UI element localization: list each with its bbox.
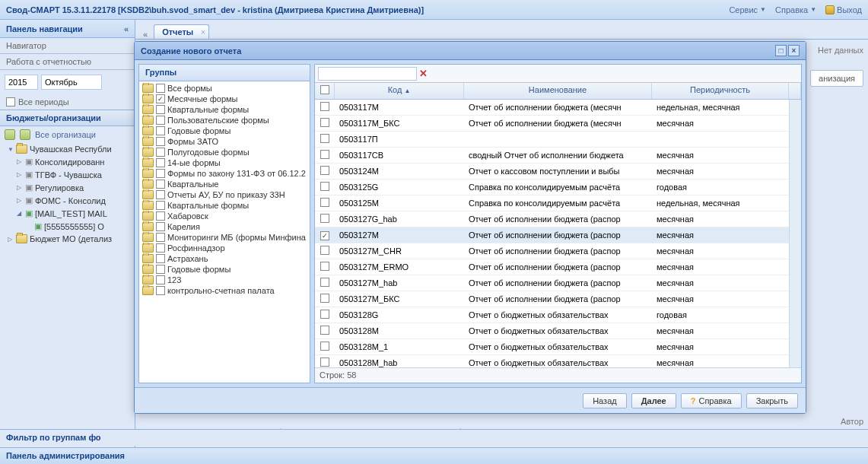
group-item[interactable]: Отчеты АУ, БУ по приказу 33Н — [141, 189, 308, 200]
group-checkbox[interactable] — [156, 158, 165, 167]
close-tab-icon[interactable]: × — [201, 27, 205, 37]
toolbar-icon-1[interactable] — [5, 129, 15, 140]
row-checkbox[interactable] — [320, 198, 329, 207]
group-item[interactable]: Формы ЗАТО — [141, 136, 308, 147]
row-checkbox[interactable]: ✓ — [320, 231, 329, 240]
collapse-nav-icon[interactable]: « — [124, 24, 129, 33]
group-checkbox[interactable] — [156, 243, 165, 253]
group-item[interactable]: Астрахань — [141, 253, 308, 264]
row-checkbox[interactable] — [320, 310, 329, 319]
group-item[interactable]: ✓Месячные формы — [141, 94, 308, 104]
table-row[interactable]: 0503117М_БКСОтчет об исполнении бюджета … — [315, 116, 789, 132]
group-checkbox[interactable] — [156, 233, 165, 242]
group-filter-bar[interactable]: Фильтр по группам фо — [0, 429, 868, 446]
group-checkbox[interactable] — [156, 190, 165, 199]
table-row[interactable]: 0503127M_CHRОтчет об исполнении бюджета … — [315, 243, 789, 259]
row-checkbox[interactable] — [320, 118, 329, 127]
close-button[interactable]: Закрыть — [746, 393, 798, 408]
row-checkbox[interactable] — [320, 342, 329, 351]
group-item[interactable]: Карелия — [141, 221, 308, 232]
table-row[interactable]: 0503124МОтчет о кассовом поступлении и в… — [315, 164, 789, 180]
table-row[interactable]: 0503127М_БКСОтчет об исполнении бюджета … — [315, 291, 789, 307]
group-checkbox[interactable] — [156, 105, 165, 114]
tree-node[interactable]: ▷Бюджет МО (детализ — [0, 233, 135, 245]
group-item[interactable]: Квартальные формы — [141, 200, 308, 211]
link-help[interactable]: Справка▼ — [775, 5, 816, 14]
table-row[interactable]: 0503127M_habОтчет об исполнении бюджета … — [315, 275, 789, 291]
group-checkbox[interactable] — [156, 148, 165, 157]
group-item[interactable]: Годовые формы — [141, 264, 308, 275]
group-checkbox[interactable] — [156, 211, 165, 221]
row-checkbox[interactable] — [320, 246, 329, 255]
row-checkbox[interactable] — [320, 326, 329, 335]
group-item[interactable]: Полугодовые формы — [141, 147, 308, 157]
link-service[interactable]: Сервис▼ — [729, 5, 766, 14]
group-item[interactable]: Росфиннадзор — [141, 243, 308, 253]
select-all-checkbox[interactable] — [320, 85, 329, 94]
table-row[interactable]: 0503127M_ERMOОтчет об исполнении бюджета… — [315, 259, 789, 275]
row-checkbox[interactable] — [320, 150, 329, 159]
group-checkbox[interactable] — [156, 265, 165, 274]
group-checkbox[interactable] — [156, 222, 165, 231]
group-checkbox[interactable] — [156, 201, 165, 210]
close-dialog-icon[interactable]: × — [788, 45, 800, 56]
toolbar-icon-2[interactable] — [20, 129, 30, 140]
group-item[interactable]: Формы по закону 131-ФЗ от 06.12.2 — [141, 168, 308, 179]
tree-node[interactable]: ▣[5555555555] О — [0, 220, 135, 233]
tab-reports[interactable]: Отчеты × — [154, 24, 209, 39]
group-item[interactable]: Годовые формы — [141, 126, 308, 136]
tree-node[interactable]: ▷▣Консолидированн — [0, 155, 135, 168]
group-checkbox[interactable] — [156, 126, 165, 135]
group-item[interactable]: Квартальные — [141, 179, 308, 189]
table-row[interactable]: 0503128M_habОтчет о бюджетных обязательс… — [315, 355, 789, 367]
tree-node[interactable]: ▼Чувашская Республи — [0, 143, 135, 155]
group-checkbox[interactable] — [156, 169, 165, 178]
table-row[interactable]: ✓0503127МОтчет об исполнении бюджета (ра… — [315, 227, 789, 243]
year-input[interactable] — [5, 75, 38, 90]
table-row[interactable]: 0503117П — [315, 132, 789, 148]
group-item[interactable]: 123 — [141, 275, 308, 285]
row-checkbox[interactable] — [320, 262, 329, 271]
table-row[interactable]: 0503125GСправка по консолидируемым расчё… — [315, 180, 789, 195]
grid-scrollbar[interactable] — [789, 100, 801, 367]
tab-reports-work[interactable]: Работа с отчетностью — [0, 54, 135, 70]
group-item[interactable]: контрольно-счетная палата — [141, 285, 308, 296]
table-row[interactable]: 0503128GОтчет о бюджетных обязательствах… — [315, 307, 789, 323]
col-period[interactable]: Периодичность — [652, 83, 789, 99]
table-row[interactable]: 0503125МСправка по консолидируемым расчё… — [315, 195, 789, 211]
group-item[interactable]: Пользовательские формы — [141, 115, 308, 126]
row-checkbox[interactable] — [320, 166, 329, 175]
back-button[interactable]: Назад — [583, 393, 627, 408]
all-periods-checkbox[interactable] — [6, 97, 15, 106]
group-item[interactable]: 14-ые формы — [141, 157, 308, 168]
tree-node[interactable]: ▷▣Регулировка — [0, 181, 135, 194]
collapse-tabs-icon[interactable]: « — [138, 30, 152, 39]
table-row[interactable]: 0503128МОтчет о бюджетных обязательствах… — [315, 323, 789, 339]
row-checkbox[interactable] — [320, 294, 329, 303]
next-button[interactable]: Далее — [631, 393, 676, 408]
table-row[interactable]: 0503127G_habОтчет об исполнении бюджета … — [315, 211, 789, 227]
all-orgs-label[interactable]: Все организаци — [35, 130, 96, 139]
group-item[interactable]: Квартальные формы — [141, 104, 308, 115]
col-code[interactable]: Код ▲ — [335, 83, 464, 99]
row-checkbox[interactable] — [320, 182, 329, 191]
link-exit[interactable]: Выход — [825, 5, 862, 14]
group-checkbox[interactable] — [156, 137, 165, 146]
group-item[interactable]: Хабаровск — [141, 211, 308, 221]
row-checkbox[interactable] — [320, 214, 329, 223]
group-item[interactable]: Все формы — [141, 83, 308, 94]
table-row[interactable]: 0503117СВсводный Отчет об исполнении бюд… — [315, 148, 789, 164]
row-checkbox[interactable] — [320, 358, 329, 367]
tree-node[interactable]: ◢▣[MAIL_TEST] MAIL — [0, 207, 135, 220]
tree-node[interactable]: ▷▣ФОМС - Консолид — [0, 194, 135, 207]
group-checkbox[interactable] — [156, 254, 165, 263]
group-checkbox[interactable] — [156, 180, 165, 189]
tab-navigator[interactable]: Навигатор — [0, 38, 135, 54]
maximize-icon[interactable]: □ — [775, 45, 787, 56]
month-input[interactable] — [41, 75, 102, 90]
help-button[interactable]: ?Справка — [681, 393, 742, 408]
admin-panel-bar[interactable]: Панель администрирования — [0, 447, 868, 464]
col-name[interactable]: Наименование — [464, 83, 652, 99]
group-checkbox[interactable] — [156, 84, 165, 93]
search-input[interactable] — [318, 67, 417, 81]
